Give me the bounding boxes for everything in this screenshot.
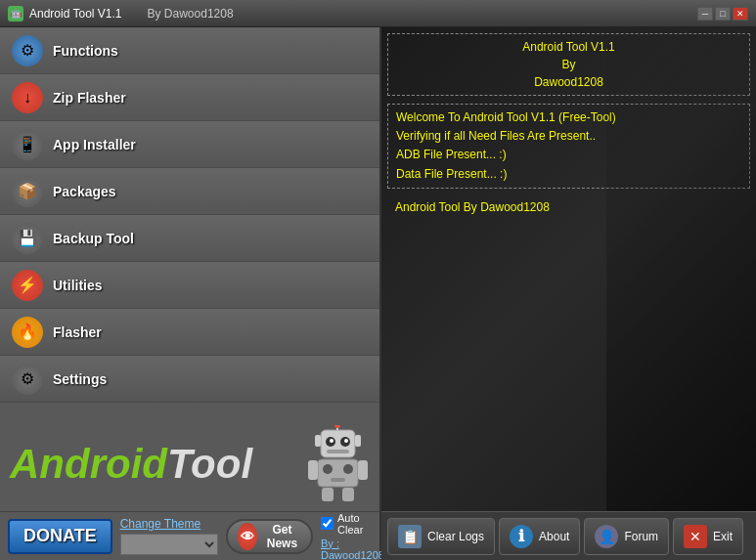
welcome-line-2: Verifying if all Need Files Are Present.… <box>396 127 741 146</box>
logo-area: Android Tool <box>0 417 379 511</box>
auto-clear-checkbox[interactable] <box>321 517 334 530</box>
sidebar-item-backup-tool[interactable]: 💾 Backup Tool <box>0 215 379 262</box>
utilities-icon: ⚡ <box>12 270 43 301</box>
zip-flasher-label: Zip Flasher <box>53 90 126 106</box>
svg-point-11 <box>323 464 333 474</box>
forum-icon: 👤 <box>595 525 618 548</box>
welcome-line-3: ADB File Present... :) <box>396 146 741 164</box>
packages-icon: 📦 <box>12 176 43 207</box>
clear-logs-button[interactable]: 📋 Clear Logs <box>387 518 495 555</box>
exit-label: Exit <box>713 530 733 543</box>
welcome-line-1: Welcome To Android Tool V1.1 (Free-Tool) <box>396 108 741 127</box>
action-bar: 📋 Clear Logs ℹ About 👤 Forum ✕ Exit <box>381 511 756 560</box>
get-news-label: Get News <box>263 523 301 550</box>
sidebar-item-functions[interactable]: ⚙ Functions <box>0 27 379 74</box>
main-content: ⚙ Functions ↓ Zip Flasher 📱 App Installe… <box>0 27 756 560</box>
svg-rect-14 <box>308 460 318 480</box>
functions-icon: ⚙ <box>12 35 43 66</box>
sidebar-item-zip-flasher[interactable]: ↓ Zip Flasher <box>0 74 379 121</box>
svg-point-12 <box>343 464 353 474</box>
get-news-button[interactable]: 👁 Get News <box>226 519 313 554</box>
title-bar: 🤖 Android Tool V1.1 By Dawood1208 ─ □ ✕ <box>0 0 756 27</box>
app-installer-icon: 📱 <box>12 129 43 160</box>
close-button[interactable]: ✕ <box>733 7 748 21</box>
forum-label: Forum <box>624 530 658 543</box>
sidebar-item-utilities[interactable]: ⚡ Utilities <box>0 262 379 309</box>
exit-icon: ✕ <box>684 525 707 548</box>
app-installer-label: App Installer <box>53 137 136 152</box>
minimize-button[interactable]: ─ <box>697 7 713 21</box>
auto-clear-row: Auto Clear <box>321 512 384 536</box>
about-icon: ℹ <box>510 525 533 548</box>
packages-label: Packages <box>53 184 116 199</box>
svg-rect-7 <box>327 450 349 453</box>
svg-rect-15 <box>358 460 368 480</box>
title-bar-left: 🤖 Android Tool V1.1 By Dawood1208 <box>8 6 234 22</box>
news-icon: 👁 <box>238 523 257 550</box>
svg-rect-9 <box>355 435 361 447</box>
right-panel: Android Tool V1.1 By Dawood1208 Welcome … <box>381 27 756 560</box>
bottom-action-bar: DONATE Change Theme 👁 Get News Auto Clea… <box>0 511 379 560</box>
zip-flasher-icon: ↓ <box>12 82 43 113</box>
sidebar-item-packages[interactable]: 📦 Packages <box>0 168 379 215</box>
svg-rect-13 <box>331 478 345 482</box>
title-bar-subtitle: By Dawood1208 <box>148 7 234 21</box>
sidebar-item-app-installer[interactable]: 📱 App Installer <box>0 121 379 168</box>
output-area: Android Tool V1.1 By Dawood1208 Welcome … <box>381 27 756 511</box>
sidebar-item-flasher[interactable]: 🔥 Flasher <box>0 309 379 356</box>
footer-text: Android Tool By Dawood1208 <box>387 196 750 218</box>
output-title-line2: By <box>396 56 741 73</box>
settings-label: Settings <box>53 371 107 387</box>
maximize-button[interactable]: □ <box>715 7 731 21</box>
theme-dropdown[interactable] <box>120 534 218 555</box>
functions-label: Functions <box>53 43 118 59</box>
auto-clear-area: Auto Clear By : Dawood1208 <box>321 512 384 561</box>
backup-tool-icon: 💾 <box>12 223 43 254</box>
clear-logs-label: Clear Logs <box>427 530 484 543</box>
svg-point-4 <box>344 439 348 443</box>
app-icon: 🤖 <box>8 6 23 22</box>
diagonal-overlay <box>606 27 756 511</box>
title-bar-title: Android Tool V1.1 <box>29 7 122 21</box>
svg-rect-16 <box>322 488 334 501</box>
change-theme-link[interactable]: Change Theme <box>120 517 201 531</box>
forum-button[interactable]: 👤 Forum <box>584 518 669 555</box>
svg-rect-10 <box>318 459 358 487</box>
robot-mascot <box>306 425 370 503</box>
svg-rect-17 <box>342 488 354 501</box>
settings-icon: ⚙ <box>12 364 43 395</box>
sidebar-item-settings[interactable]: ⚙ Settings <box>0 356 379 403</box>
logo-tool: Tool <box>167 441 252 488</box>
output-title-line3: Dawood1208 <box>396 73 741 91</box>
exit-button[interactable]: ✕ Exit <box>673 518 743 555</box>
utilities-label: Utilities <box>53 278 103 293</box>
flasher-icon: 🔥 <box>12 317 43 348</box>
theme-area: Change Theme <box>120 517 218 555</box>
title-box: Android Tool V1.1 By Dawood1208 <box>387 33 750 96</box>
auto-clear-label: Auto Clear <box>337 512 384 536</box>
sidebar: ⚙ Functions ↓ Zip Flasher 📱 App Installe… <box>0 27 381 560</box>
svg-point-3 <box>330 439 334 443</box>
title-bar-controls: ─ □ ✕ <box>697 7 748 21</box>
logo-android: Android <box>10 441 167 488</box>
svg-rect-8 <box>315 435 321 447</box>
clear-logs-icon: 📋 <box>398 525 422 548</box>
welcome-box: Welcome To Android Tool V1.1 (Free-Tool)… <box>387 104 750 189</box>
flasher-label: Flasher <box>53 324 102 340</box>
output-title-line1: Android Tool V1.1 <box>396 38 741 56</box>
backup-tool-label: Backup Tool <box>53 231 134 246</box>
about-button[interactable]: ℹ About <box>499 518 580 555</box>
donate-button[interactable]: DONATE <box>8 519 112 554</box>
welcome-line-4: Data File Present... :) <box>396 165 741 184</box>
menu-items: ⚙ Functions ↓ Zip Flasher 📱 App Installe… <box>0 27 379 417</box>
about-label: About <box>539 530 569 543</box>
author-link[interactable]: By : Dawood1208 <box>321 538 384 561</box>
svg-point-6 <box>334 425 340 428</box>
